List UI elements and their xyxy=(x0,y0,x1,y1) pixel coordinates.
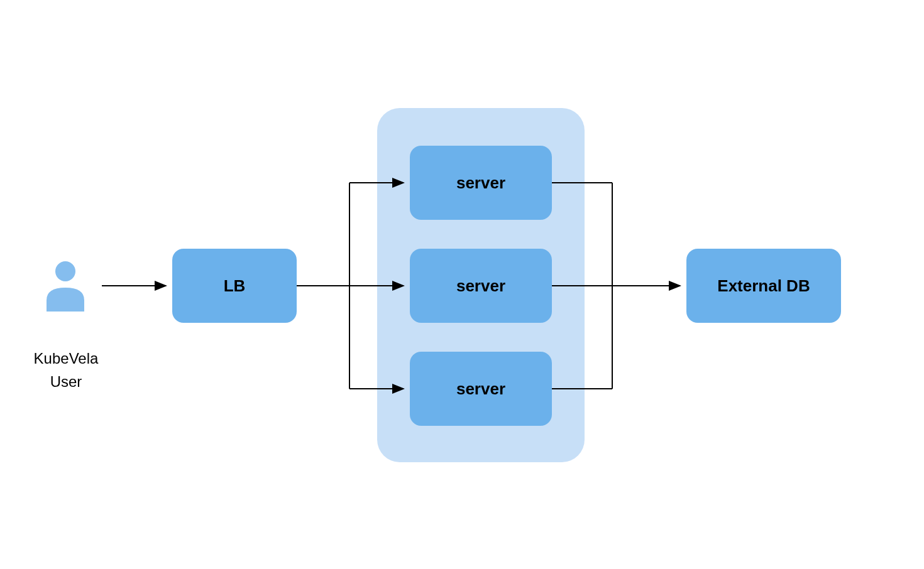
user-label: KubeVela User xyxy=(25,347,107,393)
server-label-1: server xyxy=(456,173,505,193)
server-node-3: server xyxy=(410,352,552,426)
db-label: External DB xyxy=(717,276,810,296)
db-node: External DB xyxy=(686,249,841,323)
server-label-3: server xyxy=(456,379,505,399)
lb-node: LB xyxy=(172,249,297,323)
diagram-canvas: KubeVela User LB server server server Ex… xyxy=(0,0,924,569)
user-icon xyxy=(43,260,88,312)
lb-label: LB xyxy=(224,276,246,296)
server-node-1: server xyxy=(410,146,552,220)
svg-point-0 xyxy=(55,261,75,281)
server-node-2: server xyxy=(410,249,552,323)
server-label-2: server xyxy=(456,276,505,296)
